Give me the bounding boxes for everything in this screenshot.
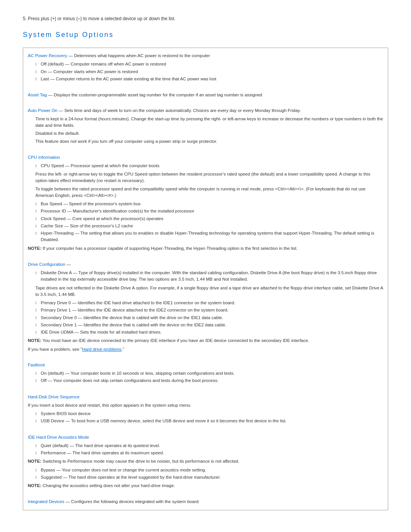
table-row: Drive Configuration — Diskette Drive A —… [23, 257, 388, 357]
list-item: Diskette Drive A — Type of floppy drive(… [35, 270, 383, 283]
table-row: IDE Hard Drive Acoustics Mode Quiet (def… [23, 430, 388, 494]
list-item: Last — Computer returns to the AC power … [35, 76, 383, 82]
list-item: Off — Your computer does not skip certai… [35, 377, 383, 384]
integrated-devices-desc: Configures the following devices integra… [71, 499, 200, 504]
list-item: Secondary Drive 0 — Identifies the devic… [35, 315, 383, 321]
hard-disk-drive-sequence-header: Hard-Disk Drive Sequence [28, 395, 80, 399]
list-item: Primary Drive 0 — Identifies the IDE har… [35, 300, 383, 306]
list-item: Bypass — Your computer does not test or … [35, 467, 383, 473]
drive-configuration-header: Drive Configuration [28, 262, 65, 267]
table-row: Hard-Disk Drive Sequence If you insert a… [23, 389, 388, 430]
fastboot-cell: Fastboot On (default) — Your computer bo… [23, 357, 388, 389]
auto-power-on-header: Auto Power On [28, 108, 57, 113]
cpu-information-header: CPU Information [28, 155, 60, 160]
table-row: Asset Tag — Displays the customer-progra… [23, 87, 388, 103]
integrated-devices-dash: — [64, 499, 71, 504]
cpu-info-para1: Press the left- or right-arrow key to to… [35, 171, 383, 184]
auto-power-on-cell: Auto Power On — Sets time and days of we… [23, 103, 388, 149]
ide-acoustics-note2: NOTE: Changing the acoustics setting doe… [28, 482, 383, 489]
hard-disk-drive-sequence-body: If you insert a boot device and restart,… [28, 402, 383, 409]
ide-hard-drive-acoustics-cell: IDE Hard Drive Acoustics Mode Quiet (def… [23, 430, 388, 494]
list-item: Cache Size — Size of the processor's L2 … [35, 223, 383, 229]
list-item: Clock Speed — Core speed at which the pr… [35, 216, 383, 222]
drive-config-para1: Tape drives are not reflected in the Dis… [35, 285, 383, 298]
drive-configuration-cell: Drive Configuration — Diskette Drive A —… [23, 257, 388, 357]
ac-power-recovery-cell: AC Power Recovery — Determines what happ… [23, 48, 388, 88]
ac-power-recovery-header: AC Power Recovery [28, 53, 67, 58]
asset-tag-desc: Displays the customer-programmable asset… [54, 93, 262, 97]
ac-power-recovery-dash: — [67, 53, 74, 58]
cpu-information-extra-list: Bus Speed — Speed of the processor's sys… [35, 201, 383, 243]
cpu-info-para2: To toggle between the rated processor sp… [35, 186, 383, 199]
list-item: Performance — The hard drive operates at… [35, 450, 383, 456]
list-item: Quiet (default) — The hard drive operate… [35, 443, 383, 449]
cpu-information-cell: CPU Information CPU Speed — Processor sp… [23, 150, 388, 257]
ac-power-recovery-desc: Determines what happens when AC power is… [74, 53, 210, 58]
hard-disk-drive-sequence-list: System BIOS boot device USB Device — To … [35, 411, 383, 425]
auto-power-on-para3: This feature does not work if you turn o… [35, 138, 383, 145]
asset-tag-dash: — [47, 93, 54, 97]
list-item: IDE Drive UDMA — Sets the mode for all i… [35, 329, 383, 335]
list-item: Secondary Drive 1 — Identifies the devic… [35, 322, 383, 328]
integrated-devices-header: Integrated Devices [28, 499, 64, 504]
asset-tag-cell: Asset Tag — Displays the customer-progra… [23, 87, 388, 103]
hard-disk-drive-sequence-cell: Hard-Disk Drive Sequence If you insert a… [23, 389, 388, 430]
ide-hard-drive-acoustics-list: Quiet (default) — The hard drive operate… [35, 443, 383, 457]
auto-power-on-para2: Disabled is the default. [35, 130, 383, 137]
list-item: Suggested — The hard drive operates at t… [35, 474, 383, 481]
drive-configuration-list: Diskette Drive A — Type of floppy drive(… [35, 270, 383, 283]
table-row: Auto Power On — Sets time and days of we… [23, 103, 388, 149]
hard-drive-problems-link[interactable]: Hard drive problems [82, 347, 122, 351]
table-row: CPU Information CPU Speed — Processor sp… [23, 150, 388, 257]
drive-config-link: If you have a problem, see "Hard drive p… [28, 346, 383, 353]
ide-acoustics-note1: NOTE: Switching to Performance mode may … [28, 458, 383, 465]
list-item: CPU Speed — Processor speed at which the… [35, 163, 383, 169]
list-item: USB Device — To boot from a USB memory d… [35, 418, 383, 424]
cpu-note: NOTE: If your computer has a processor c… [28, 245, 383, 252]
table-row: AC Power Recovery — Determines what happ… [23, 48, 388, 88]
list-item: System BIOS boot device [35, 411, 383, 417]
drive-configuration-extra-list: Primary Drive 0 — Identifies the IDE har… [35, 300, 383, 335]
step-text: 5. Press plus (+) or minus (–) to move a… [23, 15, 388, 22]
list-item: Primary Drive 1 — Identifies the IDE dev… [35, 307, 383, 313]
fastboot-list: On (default) — Your computer boots in 10… [35, 370, 383, 384]
auto-power-on-para1: Time is kept in a 24-hour format (hours:… [35, 116, 383, 129]
asset-tag-header: Asset Tag [28, 93, 47, 97]
page-title: System Setup Options [23, 30, 388, 40]
drive-config-note: NOTE: You must have an IDE device connec… [28, 337, 383, 344]
list-item: On (default) — Your computer boots in 10… [35, 370, 383, 377]
cpu-information-list: CPU Speed — Processor speed at which the… [35, 163, 383, 169]
list-item: Bus Speed — Speed of the processor's sys… [35, 201, 383, 207]
integrated-devices-cell: Integrated Devices — Configures the foll… [23, 494, 388, 510]
ide-hard-drive-acoustics-extra-list: Bypass — Your computer does not test or … [35, 467, 383, 481]
table-row: Fastboot On (default) — Your computer bo… [23, 357, 388, 389]
list-item: Hyper-Threading — The setting that allow… [35, 230, 383, 243]
drive-configuration-dash: — [65, 262, 71, 267]
table-row: Integrated Devices — Configures the foll… [23, 494, 388, 510]
auto-power-on-desc: Sets time and days of week to turn on th… [64, 108, 301, 113]
fastboot-header: Fastboot [28, 363, 45, 367]
auto-power-on-dash: — [57, 108, 64, 113]
setup-options-table: AC Power Recovery — Determines what happ… [23, 48, 388, 510]
ac-power-recovery-list: Off (default) — Computer remains off whe… [35, 61, 383, 82]
list-item: On — Computer starts when AC power is re… [35, 69, 383, 75]
list-item: Processor ID — Manufacturer's identifica… [35, 208, 383, 214]
list-item: Off (default) — Computer remains off whe… [35, 61, 383, 67]
ide-hard-drive-acoustics-header: IDE Hard Drive Acoustics Mode [28, 435, 89, 439]
